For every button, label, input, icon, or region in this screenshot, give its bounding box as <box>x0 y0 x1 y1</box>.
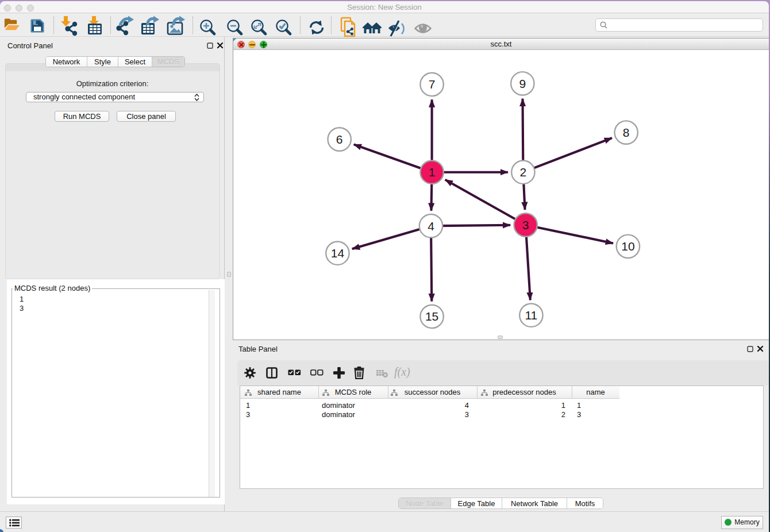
svg-text:3: 3 <box>522 218 529 232</box>
svg-text:7: 7 <box>429 78 436 91</box>
svg-text:8: 8 <box>623 126 630 139</box>
svg-text:11: 11 <box>525 309 537 322</box>
svg-text:15: 15 <box>425 310 438 323</box>
svg-text:9: 9 <box>519 77 526 90</box>
svg-text:2: 2 <box>520 165 527 179</box>
svg-text:4: 4 <box>428 219 434 233</box>
svg-text:14: 14 <box>331 246 345 260</box>
svg-text:10: 10 <box>621 240 634 253</box>
svg-text:1: 1 <box>429 165 436 179</box>
svg-text:6: 6 <box>336 133 343 146</box>
